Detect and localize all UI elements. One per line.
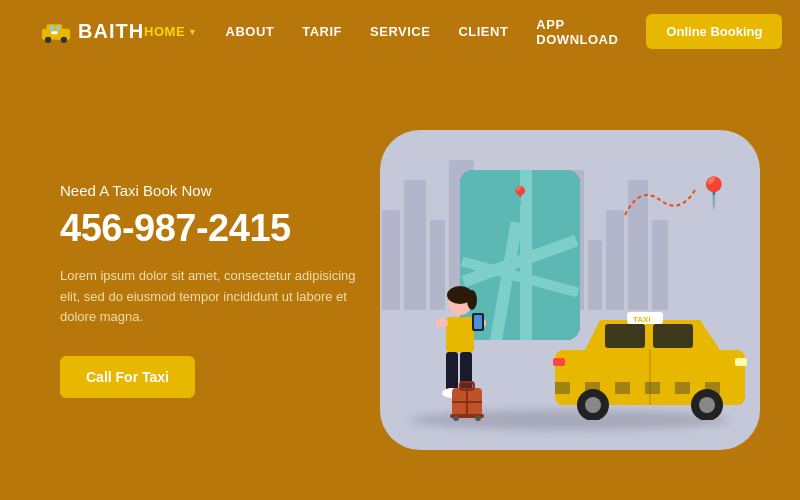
online-booking-button[interactable]: Online Booking xyxy=(646,14,782,49)
nav-item-home[interactable]: HOME ▼ xyxy=(144,24,197,39)
illustration-background: 📍 xyxy=(380,130,760,450)
location-pin-icon: 📍 xyxy=(695,175,732,210)
svg-rect-34 xyxy=(645,382,660,394)
svg-rect-35 xyxy=(675,382,690,394)
hero-description: Lorem ipsum dolor sit amet, consectetur … xyxy=(60,266,360,328)
svg-rect-14 xyxy=(474,315,482,329)
taxi-car: TAXI xyxy=(545,300,755,420)
header: BAITH HOME ▼ ABOUT TARIF SERVICE CLIENT … xyxy=(0,0,800,63)
svg-rect-27 xyxy=(605,324,645,348)
svg-rect-41 xyxy=(735,358,747,366)
nav-item-tarif[interactable]: TARIF xyxy=(302,24,342,39)
svg-point-24 xyxy=(453,415,459,421)
svg-point-3 xyxy=(61,36,67,42)
svg-rect-31 xyxy=(555,382,570,394)
svg-rect-4 xyxy=(50,25,54,30)
nav-item-about[interactable]: ABOUT xyxy=(226,24,275,39)
svg-rect-42 xyxy=(553,358,565,366)
hero-phone: 456-987-2415 xyxy=(60,207,380,250)
logo: BAITH xyxy=(40,20,144,43)
logo-icon xyxy=(40,21,72,43)
svg-point-40 xyxy=(699,397,715,413)
svg-rect-10 xyxy=(446,317,474,352)
svg-rect-5 xyxy=(56,25,60,30)
nav-item-service[interactable]: SERVICE xyxy=(370,24,430,39)
svg-point-2 xyxy=(45,36,51,42)
hero-section: Need A Taxi Book Now 456-987-2415 Lorem … xyxy=(0,63,800,500)
hero-illustration: 📍 xyxy=(380,130,760,450)
brand-name: BAITH xyxy=(78,20,144,43)
call-for-taxi-button[interactable]: Call For Taxi xyxy=(60,356,195,398)
svg-point-25 xyxy=(475,415,481,421)
nav-item-app-download[interactable]: APP DOWNLOAD xyxy=(536,17,618,47)
hero-subtitle: Need A Taxi Book Now xyxy=(60,182,380,199)
svg-rect-6 xyxy=(51,31,57,34)
svg-point-38 xyxy=(585,397,601,413)
route-line xyxy=(620,180,700,220)
main-nav: HOME ▼ ABOUT TARIF SERVICE CLIENT APP DO… xyxy=(144,14,782,49)
svg-rect-11 xyxy=(436,319,448,327)
svg-rect-33 xyxy=(615,382,630,394)
chevron-down-icon: ▼ xyxy=(188,27,197,37)
hero-content: Need A Taxi Book Now 456-987-2415 Lorem … xyxy=(60,182,380,398)
svg-text:TAXI: TAXI xyxy=(633,315,651,324)
luggage xyxy=(448,380,486,425)
nav-item-client[interactable]: CLIENT xyxy=(458,24,508,39)
svg-rect-28 xyxy=(653,324,693,348)
svg-point-9 xyxy=(467,290,477,310)
